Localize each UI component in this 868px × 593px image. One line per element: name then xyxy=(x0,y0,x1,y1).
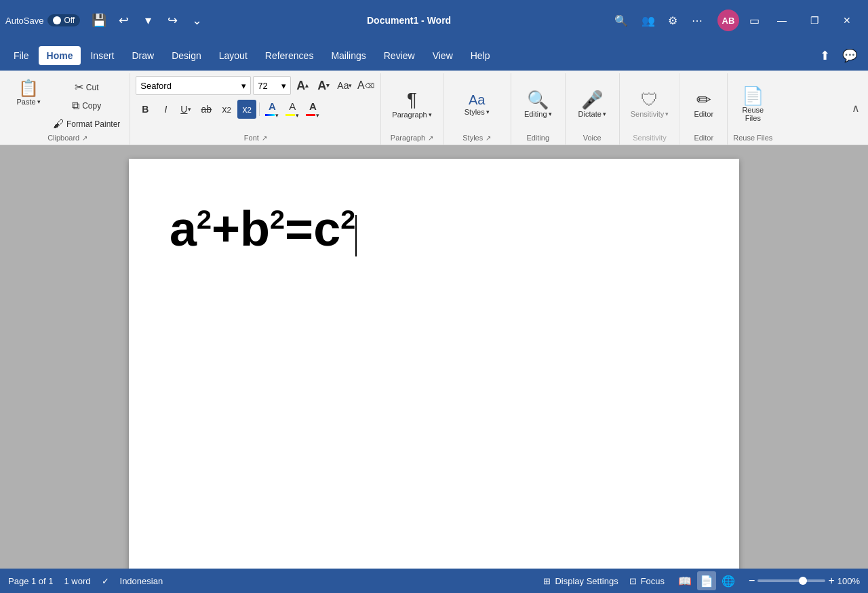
share-button[interactable]: ⬆ xyxy=(814,45,835,66)
subscript-button[interactable]: x2 xyxy=(217,100,236,119)
proofing-check[interactable]: ✓ xyxy=(102,576,109,586)
menu-item-help[interactable]: Help xyxy=(462,46,498,65)
sensitivity-label: Sensitivity xyxy=(631,110,665,118)
styles-group: Aa Styles ▾ Styles ↗ xyxy=(443,73,511,145)
styles-arrow[interactable]: ▾ xyxy=(486,109,490,115)
display-settings-button[interactable]: ⊞ Display Settings xyxy=(543,576,618,586)
undo-dropdown-icon[interactable]: ▾ xyxy=(137,9,159,31)
autosave-state: Off xyxy=(64,16,75,25)
sensitivity-button[interactable]: 🛡 Sensitivity ▾ xyxy=(625,87,675,122)
zoom-out-button[interactable]: − xyxy=(749,575,755,587)
focus-button[interactable]: ⊡ Focus xyxy=(629,576,665,586)
font-expand-icon[interactable]: ↗ xyxy=(262,134,267,142)
font-size-selector[interactable]: 72 ▾ xyxy=(253,76,291,95)
highlight-arrow[interactable]: ▾ xyxy=(296,112,299,119)
redo-icon[interactable]: ↪ xyxy=(161,9,183,31)
paragraph-button[interactable]: ¶ Paragraph ▾ xyxy=(387,86,437,123)
ribbon-collapse-button[interactable]: ∧ xyxy=(849,98,863,117)
print-layout-button[interactable]: 📄 xyxy=(697,571,716,590)
menu-item-draw[interactable]: Draw xyxy=(123,46,162,65)
doc-title: Document1 - Word xyxy=(367,15,451,26)
reuse-files-button[interactable]: 📄 ReuseFiles xyxy=(735,83,770,126)
sensitivity-arrow[interactable]: ▾ xyxy=(665,111,669,117)
page-info[interactable]: Page 1 of 1 xyxy=(8,576,54,586)
styles-expand-icon[interactable]: ↗ xyxy=(486,134,491,142)
menu-item-references[interactable]: References xyxy=(257,46,322,65)
strikethrough-button[interactable]: ab xyxy=(197,100,216,119)
document-page[interactable]: a2+b2=c2 xyxy=(129,159,739,569)
editing-icon: 🔍 xyxy=(527,91,549,109)
document-content[interactable]: a2+b2=c2 xyxy=(170,199,698,258)
menu-item-layout[interactable]: Layout xyxy=(211,46,256,65)
language-selector[interactable]: Indonesian xyxy=(120,576,163,586)
zoom-thumb xyxy=(799,577,807,585)
highlight-button[interactable]: A ▾ xyxy=(283,100,302,119)
dictate-button[interactable]: 🎤 Dictate ▾ xyxy=(573,87,612,122)
menu-item-review[interactable]: Review xyxy=(376,46,423,65)
zoom-percent-label[interactable]: 100% xyxy=(837,576,860,586)
font-format-row: B I U ▾ ab x2 x2 A ▾ A xyxy=(136,100,322,119)
format-painter-button[interactable]: 🖌 Format Painter xyxy=(49,116,124,132)
minimize-button[interactable]: — xyxy=(766,9,797,31)
paste-label: Paste xyxy=(16,98,35,106)
copy-button[interactable]: ⧉ Copy xyxy=(49,98,124,114)
menu-item-insert[interactable]: Insert xyxy=(82,46,122,65)
cut-button[interactable]: ✂ Cut xyxy=(49,79,124,96)
bold-button[interactable]: B xyxy=(136,100,155,119)
grow-font-button[interactable]: A▴ xyxy=(293,76,312,95)
read-mode-button[interactable]: 📖 xyxy=(675,571,694,590)
editor-button[interactable]: ✏ Editor xyxy=(686,87,722,122)
undo-icon[interactable]: ↩ xyxy=(113,9,134,31)
clear-format-button[interactable]: A⌫ xyxy=(356,76,375,95)
document-text: a2+b2=c2 xyxy=(170,202,355,256)
user-avatar[interactable]: AB xyxy=(717,9,739,31)
status-bar: Page 1 of 1 1 word ✓ Indonesian ⊞ Displa… xyxy=(0,569,868,593)
share-people-icon[interactable]: 👥 xyxy=(637,9,659,31)
underline-button[interactable]: U ▾ xyxy=(176,100,195,119)
ribbon-display-icon[interactable]: ▭ xyxy=(743,9,765,31)
more-apps-icon[interactable]: ⋯ xyxy=(686,9,708,31)
dictate-arrow[interactable]: ▾ xyxy=(603,111,606,117)
font-name-selector[interactable]: Seaford ▾ xyxy=(136,76,251,95)
change-case-button[interactable]: Aa▾ xyxy=(335,76,354,95)
styles-label: Styles ↗ xyxy=(449,132,505,145)
voice-group: 🎤 Dictate ▾ Voice xyxy=(566,73,620,145)
underline-arrow[interactable]: ▾ xyxy=(188,106,191,113)
font-color-button[interactable]: A ▾ xyxy=(303,100,322,119)
paste-dropdown-arrow[interactable]: ▾ xyxy=(37,98,41,105)
paragraph-arrow[interactable]: ▾ xyxy=(429,111,432,118)
clipboard-expand-icon[interactable]: ↗ xyxy=(82,134,87,142)
save-icon[interactable]: 💾 xyxy=(88,9,110,31)
zoom-slider[interactable] xyxy=(757,579,825,582)
shrink-font-button[interactable]: A▾ xyxy=(314,76,333,95)
menu-item-view[interactable]: View xyxy=(425,46,461,65)
styles-button[interactable]: Aa Styles ▾ xyxy=(459,89,495,120)
menu-item-home[interactable]: Home xyxy=(39,46,81,65)
apps-icon[interactable]: ⚙ xyxy=(662,9,684,31)
autosave-toggle[interactable]: Off xyxy=(47,14,80,26)
web-layout-button[interactable]: 🌐 xyxy=(719,571,738,590)
search-button[interactable]: 🔍 xyxy=(610,9,632,31)
comment-button[interactable]: 💬 xyxy=(837,45,863,66)
paragraph-expand-icon[interactable]: ↗ xyxy=(428,134,433,142)
zoom-in-button[interactable]: + xyxy=(828,575,834,587)
font-color-arrow[interactable]: ▾ xyxy=(316,112,319,119)
menu-item-mailings[interactable]: Mailings xyxy=(323,46,374,65)
text-effect-arrow[interactable]: ▾ xyxy=(275,112,279,119)
paste-button[interactable]: 📋 Paste ▾ xyxy=(11,76,46,110)
autosave-control[interactable]: AutoSave Off xyxy=(5,14,80,26)
superscript-button[interactable]: x2 xyxy=(237,100,256,119)
close-button[interactable]: ✕ xyxy=(831,9,863,31)
word-count[interactable]: 1 word xyxy=(64,576,91,586)
dictate-label: Dictate xyxy=(578,110,601,118)
menu-item-file[interactable]: File xyxy=(5,46,37,65)
editing-button[interactable]: 🔍 Editing ▾ xyxy=(519,87,557,122)
menu-item-design[interactable]: Design xyxy=(163,46,210,65)
editing-arrow[interactable]: ▾ xyxy=(549,111,552,117)
customize-icon[interactable]: ⌄ xyxy=(186,9,208,31)
text-effect-button[interactable]: A ▾ xyxy=(262,100,281,119)
font-color-icon: A xyxy=(309,100,317,112)
italic-button[interactable]: I xyxy=(156,100,175,119)
ribbon: 📋 Paste ▾ ✂ Cut ⧉ Copy 🖌 Format Painter xyxy=(0,71,868,145)
maximize-button[interactable]: ❐ xyxy=(799,9,830,31)
